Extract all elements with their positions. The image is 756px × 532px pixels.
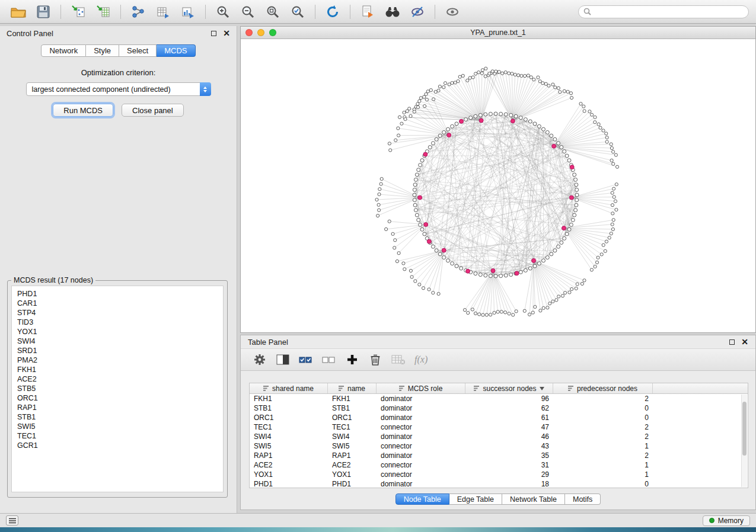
mcds-result-item[interactable]: PMA2 <box>17 355 223 365</box>
export-network-button[interactable] <box>127 3 149 21</box>
table-row[interactable]: STB1STB1dominator620 <box>250 403 748 413</box>
zoom-selected-button[interactable] <box>286 3 309 21</box>
search-neighbors-button[interactable] <box>381 3 404 21</box>
table-cell: 18 <box>465 480 553 488</box>
window-close-icon[interactable] <box>245 29 253 36</box>
mcds-result-item[interactable]: GCR1 <box>17 441 223 450</box>
table-row[interactable]: SWI4SWI4dominator462 <box>250 432 748 441</box>
scrollbar-thumb[interactable] <box>742 402 747 455</box>
mcds-result-item[interactable]: YOX1 <box>17 327 223 336</box>
window-minimize-icon[interactable] <box>257 29 264 36</box>
floppy-disk-icon <box>37 5 50 18</box>
close-panel-button[interactable]: Close panel <box>122 104 184 117</box>
trash-icon <box>370 354 381 366</box>
column-header-name[interactable]: name <box>328 383 377 393</box>
tab-motifs[interactable]: Motifs <box>565 493 601 505</box>
hide-style-button[interactable] <box>406 3 429 21</box>
run-mcds-button[interactable]: Run MCDS <box>53 104 113 117</box>
zoom-fit-button[interactable] <box>261 3 284 21</box>
tab-mcds[interactable]: MCDS <box>157 44 195 57</box>
mcds-result-item[interactable]: CAR1 <box>17 299 223 308</box>
column-header-successor-nodes[interactable]: successor nodes <box>465 383 553 393</box>
mcds-result-item[interactable]: ORC1 <box>17 393 223 403</box>
table-row[interactable]: YOX1YOX1connector291 <box>250 470 748 479</box>
table-cell: 96 <box>465 395 553 403</box>
import-network-button[interactable] <box>67 3 90 21</box>
float-panel-icon[interactable] <box>211 31 216 36</box>
memory-label: Memory <box>718 517 744 525</box>
show-panels-button[interactable] <box>6 515 18 525</box>
export-document-button[interactable] <box>356 3 379 21</box>
table-row[interactable]: RAP1RAP1dominator352 <box>250 451 748 460</box>
mcds-result-item[interactable]: STB5 <box>17 384 223 393</box>
open-session-button[interactable] <box>7 3 30 21</box>
tab-node-table[interactable]: Node Table <box>395 493 449 505</box>
deselect-all-icon <box>322 354 336 366</box>
table-row[interactable]: PHD1PHD1dominator180 <box>250 479 748 488</box>
mcds-result-item[interactable]: TEC1 <box>17 431 223 441</box>
column-header-predecessor-nodes[interactable]: predecessor nodes <box>553 383 653 393</box>
table-cell: STB1 <box>328 404 377 412</box>
import-table-button[interactable] <box>92 3 114 21</box>
window-maximize-icon[interactable] <box>269 29 276 36</box>
export-table-button[interactable] <box>152 3 174 21</box>
delete-table-button-disabled[interactable] <box>391 352 406 367</box>
close-panel-icon[interactable]: ✕ <box>741 338 748 346</box>
toolbar-separator <box>315 5 315 19</box>
network-visualization[interactable] <box>241 40 755 332</box>
toolbar-separator <box>350 5 350 19</box>
mcds-result-item[interactable]: TID3 <box>17 318 223 327</box>
tab-network-table[interactable]: Network Table <box>502 493 565 505</box>
apply-layout-button[interactable] <box>321 3 344 21</box>
function-builder-button[interactable]: f(x) <box>414 352 428 367</box>
table-cell: 46 <box>465 432 553 441</box>
tab-select[interactable]: Select <box>119 44 157 57</box>
mcds-result-item[interactable]: PHD1 <box>17 289 223 299</box>
zoom-in-button[interactable] <box>212 3 234 21</box>
eye-icon <box>445 5 460 18</box>
table-scrollbar[interactable] <box>741 395 747 487</box>
tab-edge-table[interactable]: Edge Table <box>449 493 502 505</box>
select-all-button[interactable] <box>299 352 313 367</box>
sort-icon <box>339 386 344 391</box>
table-row[interactable]: ACE2ACE2connector311 <box>250 460 748 470</box>
table-row[interactable]: ORC1ORC1dominator610 <box>250 413 748 422</box>
column-header-shared-name[interactable]: shared name <box>250 383 328 393</box>
show-columns-button[interactable] <box>276 352 290 367</box>
tab-style[interactable]: Style <box>86 44 119 57</box>
export-image-button[interactable] <box>177 3 199 21</box>
mcds-result-item[interactable]: RAP1 <box>17 403 223 412</box>
fx-icon: f(x) <box>414 354 428 365</box>
zoom-out-button[interactable] <box>237 3 259 21</box>
mcds-result-list[interactable]: PHD1CAR1STP4TID3YOX1SWI4SRD1PMA2FKH1ACE2… <box>11 286 224 492</box>
table-row[interactable]: SWI5SWI5connector431 <box>250 441 748 451</box>
add-column-button[interactable] <box>345 352 359 367</box>
save-session-button[interactable] <box>32 3 55 21</box>
table-cell: 0 <box>553 414 653 422</box>
mcds-result-item[interactable]: SWI5 <box>17 422 223 431</box>
mcds-result-item[interactable]: FKH1 <box>17 365 223 374</box>
table-settings-button[interactable] <box>253 352 267 367</box>
mcds-result-item[interactable]: ACE2 <box>17 374 223 384</box>
float-panel-icon[interactable] <box>729 339 735 345</box>
memory-button[interactable]: Memory <box>703 515 750 526</box>
export-image-icon <box>181 5 195 19</box>
mcds-result-item[interactable]: STP4 <box>17 308 223 318</box>
deselect-all-button[interactable] <box>322 352 336 367</box>
mcds-result-item[interactable]: SRD1 <box>17 346 223 355</box>
search-input[interactable] <box>594 8 744 16</box>
network-titlebar[interactable]: YPA_prune.txt_1 <box>241 27 755 39</box>
network-title: YPA_prune.txt_1 <box>241 28 755 37</box>
tab-network[interactable]: Network <box>41 44 86 57</box>
delete-column-button[interactable] <box>368 352 382 367</box>
column-header-mcds-role[interactable]: MCDS role <box>377 383 465 393</box>
table-row[interactable]: TEC1TEC1connector472 <box>250 422 748 432</box>
close-panel-icon[interactable]: ✕ <box>223 29 230 37</box>
show-hide-button[interactable] <box>441 3 464 21</box>
table-cell: YOX1 <box>328 470 377 479</box>
network-canvas[interactable] <box>241 40 755 332</box>
mcds-result-item[interactable]: SWI4 <box>17 336 223 346</box>
table-row[interactable]: FKH1FKH1dominator962 <box>250 394 748 403</box>
mcds-result-item[interactable]: STB1 <box>17 412 223 422</box>
criterion-select[interactable]: largest connected component (undirected) <box>26 82 211 96</box>
